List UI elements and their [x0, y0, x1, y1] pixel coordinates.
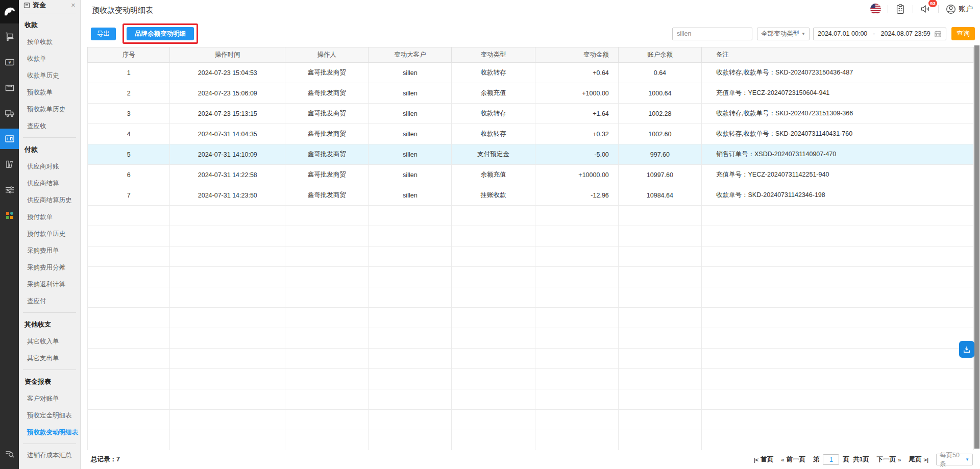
- sidebar-divider: [23, 137, 76, 138]
- sidebar-item[interactable]: 采购费用分摊: [19, 259, 80, 276]
- empty-cell: [170, 246, 285, 267]
- date-range-picker[interactable]: 2024.07.01 00:00 - 2024.08.07 23:59: [813, 28, 946, 40]
- sidebar-section-title: 收款: [19, 16, 80, 34]
- page-prefix: 第: [813, 455, 820, 464]
- sidebar-item[interactable]: 进销存成本汇总: [19, 447, 80, 464]
- table-cell: 2024-07-23 15:06:09: [170, 83, 285, 104]
- sidebar-item[interactable]: 预付款单: [19, 209, 80, 226]
- app-window: ¥: [0, 0, 980, 469]
- empty-cell: [701, 308, 973, 328]
- sidebar-item[interactable]: 供应商结算: [19, 175, 80, 192]
- ledger-icon: [5, 159, 15, 169]
- table-cell: 鑫哥批发商贸: [285, 144, 369, 165]
- table-cell: 余额充值: [452, 83, 535, 104]
- empty-row: [88, 308, 974, 328]
- table-row[interactable]: 42024-07-31 14:04:35鑫哥批发商贸sillen收款转存+0.3…: [88, 124, 974, 144]
- close-icon[interactable]: ✕: [71, 2, 76, 9]
- table-row[interactable]: 72024-07-31 14:23:50鑫哥批发商贸sillen挂账收款-12.…: [88, 185, 974, 206]
- pagination: |< 首页 « 前一页 第 页 共1页 下一页 » 尾: [754, 454, 973, 465]
- first-page-button[interactable]: |< 首页: [754, 455, 774, 464]
- empty-row: [88, 349, 974, 369]
- brand-balance-button[interactable]: 品牌余额变动明细: [127, 27, 194, 40]
- us-flag-icon[interactable]: [870, 4, 881, 14]
- account-button[interactable]: 账户: [945, 4, 973, 15]
- table-header-row: 序号操作时间操作人变动大客户变动类型变动金额账户余额备注: [88, 47, 974, 63]
- sidebar-item[interactable]: 供应商对账: [19, 158, 80, 175]
- empty-cell: [701, 246, 973, 267]
- empty-cell: [369, 389, 452, 410]
- download-fab-button[interactable]: [959, 341, 974, 358]
- sidebar-item[interactable]: 采购费用单: [19, 242, 80, 259]
- page-number-input[interactable]: [823, 454, 839, 465]
- records-table: 序号操作时间操作人变动大客户变动类型变动金额账户余额备注 12024-07-23…: [87, 47, 974, 450]
- sidebar-item[interactable]: 查应付: [19, 293, 80, 310]
- sidebar-item[interactable]: 客户对账单: [19, 390, 80, 407]
- sidebar-item[interactable]: 采购返利计算: [19, 276, 80, 293]
- empty-cell: [369, 226, 452, 246]
- rail-item-logistics[interactable]: [0, 103, 19, 124]
- empty-cell: [618, 349, 701, 369]
- empty-row: [88, 267, 974, 287]
- rail-item-inventory[interactable]: [0, 78, 19, 98]
- table-row[interactable]: 12024-07-23 15:04:53鑫哥批发商贸sillen收款转存+0.6…: [88, 63, 974, 83]
- search-input[interactable]: [672, 28, 752, 40]
- sidebar-item[interactable]: 预收定金明细表: [19, 407, 80, 424]
- table-cell: 充值单号：YECZ-20240723150604-941: [701, 83, 973, 104]
- logo-swoosh-icon: [3, 5, 16, 18]
- total-records: 总记录：7: [91, 455, 120, 464]
- header-actions: 93 账户: [870, 3, 973, 15]
- clipboard-button[interactable]: [895, 4, 906, 15]
- last-page-button[interactable]: 尾页 >|: [909, 455, 928, 464]
- table-cell: -5.00: [535, 144, 618, 165]
- sidebar-item[interactable]: 按单收款: [19, 34, 80, 51]
- rail-item-apps[interactable]: [0, 205, 19, 226]
- empty-cell: [285, 328, 369, 349]
- rail-item-settings[interactable]: [0, 180, 19, 200]
- table-row[interactable]: 32024-07-23 15:13:15鑫哥批发商贸sillen收款转存+1.6…: [88, 104, 974, 124]
- table-row[interactable]: 62024-07-31 14:22:58鑫哥批发商贸sillen余额充值+100…: [88, 165, 974, 185]
- rail-item-search[interactable]: [0, 443, 19, 464]
- table-row[interactable]: 22024-07-23 15:06:09鑫哥批发商贸sillen余额充值+100…: [88, 83, 974, 104]
- table-area: 序号操作时间操作人变动大客户变动类型变动金额账户余额备注 12024-07-23…: [87, 47, 974, 450]
- sidebar-item[interactable]: 预付款单历史: [19, 226, 80, 242]
- table-cell: 收款转存: [452, 104, 535, 124]
- rail-item-cash[interactable]: ¥: [0, 52, 19, 72]
- rail-nav: ¥: [0, 23, 19, 231]
- table-cell: -12.96: [535, 185, 618, 206]
- sidebar-item[interactable]: 预收款单历史: [19, 101, 80, 118]
- change-type-select[interactable]: 全部变动类型 ▼: [757, 28, 810, 40]
- sidebar-item[interactable]: 其它收入单: [19, 333, 80, 350]
- scrollbar-thumb[interactable]: [974, 45, 979, 449]
- page-size-select[interactable]: 每页50条 ▼: [936, 454, 973, 465]
- sidebar-item[interactable]: 预收款变动明细表: [19, 424, 80, 441]
- table-body: 12024-07-23 15:04:53鑫哥批发商贸sillen收款转存+0.6…: [88, 63, 974, 451]
- next-page-button[interactable]: 下一页 »: [877, 455, 901, 464]
- table-cell: 鑫哥批发商贸: [285, 124, 369, 144]
- sidebar-item[interactable]: 供应商结算历史: [19, 192, 80, 209]
- export-button[interactable]: 导出: [91, 28, 116, 40]
- sidebar-item[interactable]: 其它支出单: [19, 350, 80, 367]
- rail-item-sales[interactable]: [0, 27, 19, 47]
- safe-icon: [5, 134, 15, 144]
- notification-badge: 93: [928, 0, 937, 7]
- table-cell: +0.32: [535, 124, 618, 144]
- chevron-down-icon: ▼: [801, 32, 805, 36]
- empty-cell: [369, 328, 452, 349]
- sidebar-item[interactable]: 收款单历史: [19, 67, 80, 84]
- sidebar-item[interactable]: 查应收: [19, 118, 80, 135]
- prev-page-button[interactable]: « 前一页: [781, 455, 805, 464]
- rail-item-funds[interactable]: [0, 129, 19, 149]
- table-cell: 997.60: [618, 144, 701, 165]
- sidebar-item[interactable]: 收款单: [19, 51, 80, 67]
- empty-cell: [618, 410, 701, 430]
- table-row[interactable]: 52024-07-31 14:10:09鑫哥批发商贸sillen支付预定金-5.…: [88, 144, 974, 165]
- table-cell: 收款转存: [452, 124, 535, 144]
- rail-item-reports[interactable]: [0, 154, 19, 175]
- app-logo: [0, 0, 19, 23]
- sidebar-item[interactable]: 预收款单: [19, 84, 80, 101]
- notifications-button[interactable]: 93: [920, 3, 932, 15]
- query-button[interactable]: 查询: [951, 27, 975, 40]
- empty-cell: [618, 287, 701, 308]
- package-icon: [5, 83, 15, 93]
- table-cell: +0.64: [535, 63, 618, 83]
